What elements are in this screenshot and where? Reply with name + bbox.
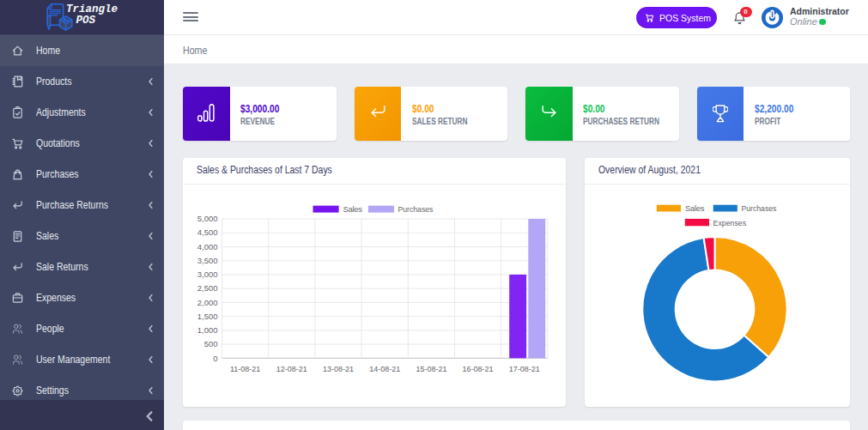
svg-text:12-08-21: 12-08-21 [276,365,307,373]
svg-text:Sales: Sales [343,204,363,214]
svg-text:4,500: 4,500 [197,227,218,237]
svg-text:1,500: 1,500 [197,312,218,321]
svg-text:14-08-21: 14-08-21 [369,365,400,373]
svg-text:2,000: 2,000 [197,298,218,307]
svg-text:11-08-21: 11-08-21 [230,365,260,373]
svg-text:16-08-21: 16-08-21 [463,365,494,373]
svg-text:17-08-21: 17-08-21 [509,365,540,373]
svg-text:Expenses: Expenses [713,218,747,227]
svg-text:1,000: 1,000 [197,325,218,335]
svg-text:Purchases: Purchases [398,204,433,214]
svg-text:4,000: 4,000 [197,242,218,251]
svg-text:Purchases: Purchases [741,203,776,213]
svg-text:0: 0 [213,354,217,363]
svg-text:3,000: 3,000 [197,270,218,279]
svg-text:Sales: Sales [685,203,705,213]
svg-text:500: 500 [204,339,218,348]
svg-text:5,000: 5,000 [197,214,218,223]
svg-text:3,500: 3,500 [197,256,218,265]
svg-text:13-08-21: 13-08-21 [323,365,354,373]
svg-text:15-08-21: 15-08-21 [416,365,446,373]
svg-text:2,500: 2,500 [197,283,218,293]
